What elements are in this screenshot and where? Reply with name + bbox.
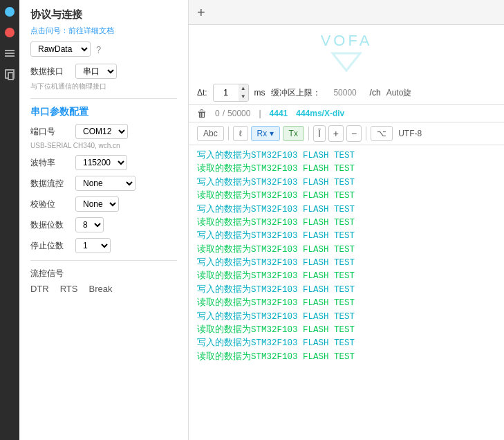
baud-select[interactable]: 115200 9600 38400 57600 bbox=[75, 155, 127, 170]
plus-button[interactable]: + bbox=[328, 125, 344, 142]
terminal-line: 写入的数据为STM32F103 FLASH TEST bbox=[197, 257, 496, 270]
stopbits-select[interactable]: 1 1.5 2 bbox=[75, 238, 111, 253]
rx-button[interactable]: Rx ▾ bbox=[251, 126, 280, 141]
delta-spinner: ▲ ▼ bbox=[239, 84, 248, 101]
branch-button[interactable]: ⌥ bbox=[371, 126, 393, 141]
vofa-text: VOFA bbox=[321, 32, 373, 50]
terminal-line: 读取的数据为STM32F103 FLASH TEST bbox=[197, 217, 496, 230]
port-select[interactable]: COM12 COM1 COM3 bbox=[75, 124, 128, 139]
status-rate: 444ms/X-div bbox=[296, 109, 344, 118]
help-icon[interactable]: ? bbox=[96, 44, 101, 55]
status-pipe: | bbox=[259, 109, 261, 118]
databits-label: 数据位数 bbox=[30, 219, 75, 231]
flowsig-label: 流控信号 bbox=[30, 268, 177, 279]
encoding-label: UTF-8 bbox=[398, 129, 422, 138]
terminal-line: 读取的数据为STM32F103 FLASH TEST bbox=[197, 244, 496, 257]
baud-label: 波特率 bbox=[30, 157, 75, 169]
flow-label: 数据流控 bbox=[30, 178, 75, 190]
ms-label: ms bbox=[254, 88, 265, 98]
interface-label: 数据接口 bbox=[30, 66, 75, 77]
top-bar: + bbox=[189, 0, 504, 25]
break-control[interactable]: Break bbox=[88, 284, 112, 294]
minus-button[interactable]: − bbox=[346, 125, 362, 142]
delta-input-wrap: 1 ▲ ▼ bbox=[213, 84, 249, 102]
status-count: 4441 bbox=[270, 109, 288, 118]
delta-input[interactable]: 1 bbox=[214, 86, 239, 99]
status-total: 50000 bbox=[227, 109, 250, 118]
sidebar: 协议与连接 点击问号：前往详细文档 RawData FireWater ? 数据… bbox=[19, 0, 189, 440]
terminal-line: 读取的数据为STM32F103 FLASH TEST bbox=[197, 297, 496, 310]
protocol-select[interactable]: RawData FireWater bbox=[30, 42, 91, 57]
interface-select[interactable]: 串口 UDP TCP bbox=[75, 64, 117, 79]
parity-select[interactable]: None Even Odd bbox=[75, 196, 119, 212]
flow-control-row: DTR RTS Break bbox=[30, 284, 177, 294]
status-bar: 🗑 0 / 50000 | 4441 444ms/X-div bbox=[189, 105, 504, 122]
delta-up[interactable]: ▲ bbox=[239, 84, 248, 93]
terminal-line: 读取的数据为STM32F103 FLASH TEST bbox=[197, 351, 496, 364]
port-label: 端口号 bbox=[30, 126, 75, 138]
tx-button[interactable]: Tx bbox=[283, 126, 304, 141]
main-panel: + VOFA Δt: 1 ▲ ▼ ms 缓冲区上限： /ch Auto旋 🗑 0 bbox=[189, 0, 504, 440]
terminal-line: 读取的数据为STM32F103 FLASH TEST bbox=[197, 190, 496, 203]
serial-config-title: 串口参数配置 bbox=[30, 106, 177, 118]
databits-select[interactable]: 8 7 6 5 bbox=[75, 217, 104, 232]
delta-label: Δt: bbox=[197, 88, 207, 98]
buffer-input[interactable] bbox=[326, 88, 364, 98]
status-numbers: 0 / 50000 bbox=[215, 109, 250, 118]
abc-button[interactable]: Abc bbox=[197, 126, 224, 141]
status-zero: 0 bbox=[215, 109, 220, 118]
terminal-line: 读取的数据为STM32F103 FLASH TEST bbox=[197, 163, 496, 176]
parity-label: 校验位 bbox=[30, 199, 75, 210]
add-tab-button[interactable]: + bbox=[197, 6, 205, 19]
rts-control[interactable]: RTS bbox=[60, 284, 78, 294]
terminal[interactable]: 写入的数据为STM32F103 FLASH TEST读取的数据为STM32F10… bbox=[189, 145, 504, 440]
toolbar-sep-3 bbox=[366, 127, 366, 140]
terminal-line: 写入的数据为STM32F103 FLASH TEST bbox=[197, 284, 496, 297]
delta-down[interactable]: ▼ bbox=[239, 93, 248, 101]
circle-blue-icon[interactable] bbox=[3, 6, 16, 18]
terminal-line: 读取的数据为STM32F103 FLASH TEST bbox=[197, 324, 496, 337]
vofa-arrow-icon bbox=[329, 50, 364, 74]
panel-icon[interactable] bbox=[3, 68, 16, 80]
toolbar-sep-2 bbox=[308, 127, 309, 140]
dtr-control[interactable]: DTR bbox=[30, 284, 49, 294]
per-ch-label: /ch bbox=[370, 88, 381, 98]
status-slash: / bbox=[223, 109, 225, 118]
settings-row: Δt: 1 ▲ ▼ ms 缓冲区上限： /ch Auto旋 bbox=[189, 81, 504, 105]
align-button[interactable]: Ī bbox=[313, 125, 326, 142]
terminal-line: 写入的数据为STM32F103 FLASH TEST bbox=[197, 176, 496, 190]
terminal-line: 写入的数据为STM32F103 FLASH TEST bbox=[197, 149, 496, 163]
terminal-line: 写入的数据为STM32F103 FLASH TEST bbox=[197, 230, 496, 243]
port-sub: USB-SERIAL CH340, wch.cn bbox=[30, 142, 177, 149]
stopbits-label: 停止位数 bbox=[30, 240, 75, 252]
circle-red-icon[interactable] bbox=[3, 26, 16, 39]
toolbar-sep-1 bbox=[228, 127, 229, 140]
buffer-label: 缓冲区上限： bbox=[271, 87, 321, 99]
auto-label: Auto旋 bbox=[386, 87, 412, 99]
terminal-line: 写入的数据为STM32F103 FLASH TEST bbox=[197, 311, 496, 324]
cursor-button[interactable]: ℓ bbox=[233, 126, 248, 141]
clear-button[interactable]: 🗑 bbox=[197, 108, 207, 119]
icon-strip bbox=[0, 0, 19, 440]
protocol-section-title: 协议与连接 bbox=[30, 8, 177, 21]
terminal-line: 写入的数据为STM32F103 FLASH TEST bbox=[197, 203, 496, 217]
svg-marker-0 bbox=[333, 53, 360, 71]
flow-select[interactable]: None Hardware Software bbox=[75, 176, 136, 191]
docs-link[interactable]: 点击问号：前往详细文档 bbox=[30, 26, 177, 36]
interface-desc: 与下位机通信的物理接口 bbox=[30, 82, 177, 91]
vofa-logo-area: VOFA bbox=[189, 25, 504, 81]
terminal-line: 读取的数据为STM32F103 FLASH TEST bbox=[197, 270, 496, 283]
vofa-logo: VOFA bbox=[321, 32, 373, 74]
terminal-line: 写入的数据为STM32F103 FLASH TEST bbox=[197, 337, 496, 350]
menu-icon[interactable] bbox=[3, 47, 16, 59]
toolbar: Abc ℓ Rx ▾ Tx Ī + − ⌥ UTF-8 bbox=[189, 122, 504, 145]
